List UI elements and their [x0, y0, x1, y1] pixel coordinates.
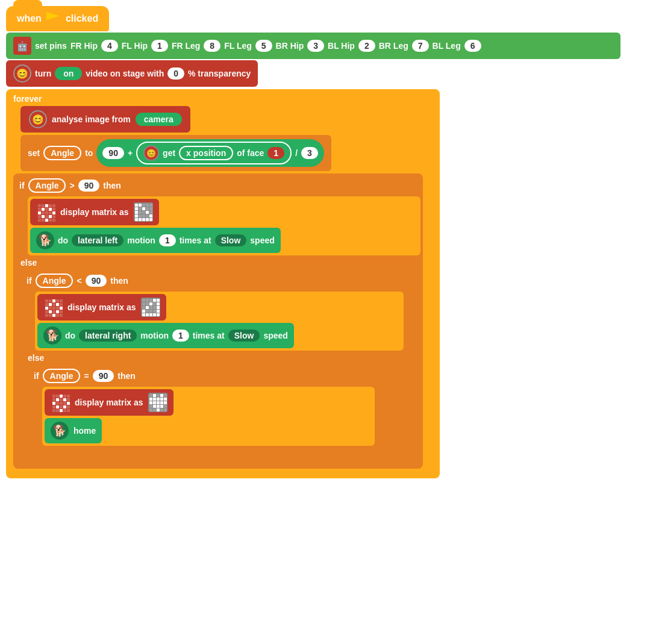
display-label-3: display matrix as: [75, 398, 143, 407]
if3-compare: 90: [93, 370, 114, 382]
percent-label: % transparency: [188, 69, 251, 78]
if1-compare: 90: [78, 180, 100, 192]
motion-block-1[interactable]: 🐕 do lateral left motion 1 times at Slow…: [30, 228, 281, 253]
set-pins-block[interactable]: 🤖 set pins FR Hip 4 FL Hip 1 FR Leg 8 FL…: [6, 33, 620, 59]
forever-block: forever 😊 analyse image from camera set …: [6, 89, 440, 478]
video-block[interactable]: 😊 turn on video on stage with 0 % transp…: [6, 60, 258, 87]
if-else-block-2: if Angle < 90 then: [20, 269, 406, 461]
display-label-1: display matrix as: [60, 207, 129, 217]
get-face-icon: 😊: [143, 145, 159, 161]
analyse-face-icon: 😊: [29, 110, 47, 128]
divisor: 3: [301, 147, 318, 159]
set-pins-label: set pins: [35, 41, 67, 51]
if1-then: then: [103, 181, 121, 190]
matrix-icon-1: [36, 202, 55, 222]
plus-label: +: [128, 148, 133, 158]
analyse-label: analyse image from: [52, 114, 131, 124]
set-angle-block[interactable]: set Angle to 90 + 😊 get x position of fa…: [20, 135, 331, 171]
if3-operator: =: [84, 371, 89, 381]
times-label-1: times at: [180, 236, 211, 245]
motion-label-2: lateral right: [79, 330, 137, 342]
bl-hip-label: BL Hip: [328, 41, 355, 51]
of-face-label: of face: [237, 148, 264, 158]
if1-angle: Angle: [28, 178, 66, 193]
times-label-2: times at: [193, 331, 225, 340]
if-else-block-1: if Angle > 90 then d: [13, 174, 423, 469]
if3-then: then: [117, 371, 136, 381]
if2-then: then: [110, 276, 128, 286]
get-label: get: [163, 148, 175, 158]
times-val-1: 1: [159, 234, 176, 246]
display-matrix-block-3[interactable]: display matrix as: [45, 389, 173, 416]
times-val-2: 1: [172, 330, 189, 342]
robot-icon: 🤖: [13, 37, 31, 55]
analyse-block[interactable]: 😊 analyse image from camera: [20, 106, 190, 133]
scratch-program: when clicked 🤖 set pins FR Hip 4 FL Hip …: [6, 6, 620, 478]
angle-var: Angle: [43, 146, 81, 160]
fl-hip-label: FL Hip: [122, 41, 148, 51]
home-block[interactable]: 🐕 home: [45, 418, 102, 443]
bl-leg-val: 6: [464, 40, 481, 52]
matrix-pattern-2: [141, 298, 160, 317]
if2-operator: <: [77, 276, 81, 286]
else2-label: else: [28, 353, 44, 363]
set-label: set: [28, 148, 40, 158]
if3-angle: Angle: [43, 369, 81, 383]
speed-label-2: Slow: [228, 330, 260, 342]
display-matrix-block-2[interactable]: display matrix as: [37, 294, 166, 320]
matrix-pattern-1: [134, 202, 153, 222]
if1-operator: >: [69, 181, 74, 190]
if2-angle: Angle: [36, 274, 73, 288]
speed-word-1: speed: [250, 236, 274, 245]
dog-icon-2: 🐕: [43, 327, 61, 345]
video-label: video on stage with: [86, 69, 164, 78]
fr-leg-val: 8: [204, 40, 220, 52]
display-label-2: display matrix as: [67, 302, 136, 312]
speed-word-2: speed: [263, 331, 287, 340]
fl-leg-val: 5: [255, 40, 272, 52]
val-90: 90: [102, 147, 124, 159]
divide-label: /: [295, 148, 298, 158]
matrix-icon-3: [51, 393, 70, 412]
br-hip-val: 3: [307, 40, 324, 52]
x-position-label: x position: [179, 146, 233, 160]
if2-compare: 90: [86, 275, 107, 287]
dog-icon-3: 🐕: [51, 422, 69, 440]
motion-word-2: motion: [140, 331, 169, 340]
motion-block-2[interactable]: 🐕 do lateral right motion 1 times at Slo…: [37, 323, 294, 348]
if2-label: if: [27, 276, 32, 286]
fr-leg-label: FR Leg: [172, 41, 200, 51]
do-label-2: do: [65, 331, 75, 340]
if3-label: if: [34, 371, 39, 381]
if-block-3: if Angle = 90 then: [28, 364, 377, 454]
analyse-source: camera: [136, 113, 182, 126]
matrix-pattern-3: [148, 393, 167, 412]
turn-label: turn: [35, 69, 51, 78]
dog-icon-1: 🐕: [36, 231, 54, 249]
motion-label-1: lateral left: [72, 234, 123, 246]
matrix-icon-2: [43, 298, 63, 317]
hat-block[interactable]: when clicked: [6, 6, 109, 31]
to-label: to: [85, 148, 93, 158]
speed-label-1: Slow: [215, 234, 247, 246]
br-leg-label: BR Leg: [379, 41, 408, 51]
motion-word-1: motion: [127, 236, 155, 245]
face-num: 1: [267, 147, 284, 159]
br-hip-label: BR Hip: [276, 41, 304, 51]
fl-leg-label: FL Leg: [224, 41, 252, 51]
bl-hip-val: 2: [358, 40, 375, 52]
fl-hip-val: 1: [151, 40, 168, 52]
fr-hip-val: 4: [101, 40, 118, 52]
forever-label: forever: [8, 92, 437, 106]
angle-expression: 90 + 😊 get x position of face 1 / 3: [96, 139, 324, 167]
br-leg-val: 7: [412, 40, 429, 52]
clicked-label: clicked: [66, 13, 98, 24]
flag-icon: [46, 12, 60, 25]
do-label-1: do: [58, 236, 68, 245]
bl-leg-label: BL Leg: [433, 41, 461, 51]
else1-label: else: [20, 258, 37, 267]
display-matrix-block-1[interactable]: display matrix as: [30, 199, 159, 225]
home-label: home: [73, 426, 96, 436]
face-icon: 😊: [13, 64, 31, 83]
on-label: on: [55, 67, 82, 80]
